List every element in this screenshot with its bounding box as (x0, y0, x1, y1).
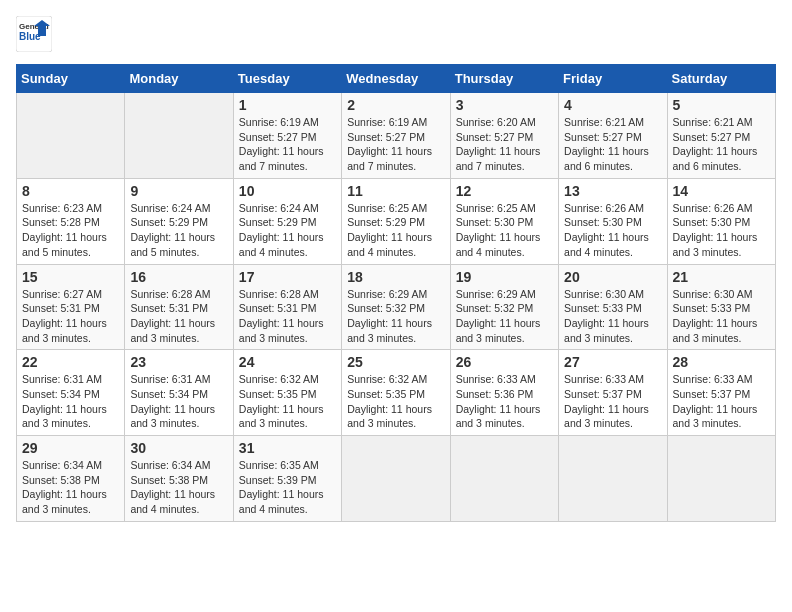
day-number: 10 (239, 183, 336, 199)
calendar-cell: 17 Sunrise: 6:28 AMSunset: 5:31 PMDaylig… (233, 264, 341, 350)
col-header-saturday: Saturday (667, 65, 775, 93)
day-info: Sunrise: 6:26 AMSunset: 5:30 PMDaylight:… (673, 201, 770, 260)
day-info: Sunrise: 6:33 AMSunset: 5:37 PMDaylight:… (673, 372, 770, 431)
calendar-cell (342, 436, 450, 522)
day-number: 2 (347, 97, 444, 113)
calendar-cell: 30 Sunrise: 6:34 AMSunset: 5:38 PMDaylig… (125, 436, 233, 522)
col-header-tuesday: Tuesday (233, 65, 341, 93)
day-number: 16 (130, 269, 227, 285)
day-number: 24 (239, 354, 336, 370)
calendar-cell: 28 Sunrise: 6:33 AMSunset: 5:37 PMDaylig… (667, 350, 775, 436)
calendar-cell: 1 Sunrise: 6:19 AMSunset: 5:27 PMDayligh… (233, 93, 341, 179)
day-info: Sunrise: 6:29 AMSunset: 5:32 PMDaylight:… (456, 287, 553, 346)
day-info: Sunrise: 6:34 AMSunset: 5:38 PMDaylight:… (130, 458, 227, 517)
calendar-cell: 27 Sunrise: 6:33 AMSunset: 5:37 PMDaylig… (559, 350, 667, 436)
day-info: Sunrise: 6:30 AMSunset: 5:33 PMDaylight:… (564, 287, 661, 346)
day-info: Sunrise: 6:33 AMSunset: 5:36 PMDaylight:… (456, 372, 553, 431)
day-number: 30 (130, 440, 227, 456)
calendar-cell: 24 Sunrise: 6:32 AMSunset: 5:35 PMDaylig… (233, 350, 341, 436)
day-number: 11 (347, 183, 444, 199)
day-number: 28 (673, 354, 770, 370)
day-number: 21 (673, 269, 770, 285)
day-number: 23 (130, 354, 227, 370)
day-number: 12 (456, 183, 553, 199)
calendar-cell: 31 Sunrise: 6:35 AMSunset: 5:39 PMDaylig… (233, 436, 341, 522)
calendar-cell: 9 Sunrise: 6:24 AMSunset: 5:29 PMDayligh… (125, 178, 233, 264)
calendar-cell: 12 Sunrise: 6:25 AMSunset: 5:30 PMDaylig… (450, 178, 558, 264)
calendar-cell: 8 Sunrise: 6:23 AMSunset: 5:28 PMDayligh… (17, 178, 125, 264)
calendar-cell: 10 Sunrise: 6:24 AMSunset: 5:29 PMDaylig… (233, 178, 341, 264)
day-number: 29 (22, 440, 119, 456)
calendar-table: SundayMondayTuesdayWednesdayThursdayFrid… (16, 64, 776, 522)
day-number: 18 (347, 269, 444, 285)
day-number: 4 (564, 97, 661, 113)
calendar-cell: 16 Sunrise: 6:28 AMSunset: 5:31 PMDaylig… (125, 264, 233, 350)
calendar-cell: 18 Sunrise: 6:29 AMSunset: 5:32 PMDaylig… (342, 264, 450, 350)
day-number: 19 (456, 269, 553, 285)
logo-bird-icon: General Blue (16, 16, 52, 52)
day-info: Sunrise: 6:31 AMSunset: 5:34 PMDaylight:… (22, 372, 119, 431)
day-number: 3 (456, 97, 553, 113)
calendar-cell: 20 Sunrise: 6:30 AMSunset: 5:33 PMDaylig… (559, 264, 667, 350)
calendar-cell: 23 Sunrise: 6:31 AMSunset: 5:34 PMDaylig… (125, 350, 233, 436)
day-info: Sunrise: 6:23 AMSunset: 5:28 PMDaylight:… (22, 201, 119, 260)
calendar-cell: 21 Sunrise: 6:30 AMSunset: 5:33 PMDaylig… (667, 264, 775, 350)
calendar-cell: 5 Sunrise: 6:21 AMSunset: 5:27 PMDayligh… (667, 93, 775, 179)
day-info: Sunrise: 6:28 AMSunset: 5:31 PMDaylight:… (130, 287, 227, 346)
logo: General Blue (16, 16, 52, 52)
calendar-cell (17, 93, 125, 179)
day-number: 5 (673, 97, 770, 113)
logo-container: General Blue (16, 16, 52, 52)
calendar-cell: 15 Sunrise: 6:27 AMSunset: 5:31 PMDaylig… (17, 264, 125, 350)
day-number: 27 (564, 354, 661, 370)
day-info: Sunrise: 6:24 AMSunset: 5:29 PMDaylight:… (239, 201, 336, 260)
calendar-cell: 19 Sunrise: 6:29 AMSunset: 5:32 PMDaylig… (450, 264, 558, 350)
calendar-cell: 14 Sunrise: 6:26 AMSunset: 5:30 PMDaylig… (667, 178, 775, 264)
col-header-sunday: Sunday (17, 65, 125, 93)
calendar-cell: 11 Sunrise: 6:25 AMSunset: 5:29 PMDaylig… (342, 178, 450, 264)
col-header-wednesday: Wednesday (342, 65, 450, 93)
day-info: Sunrise: 6:25 AMSunset: 5:29 PMDaylight:… (347, 201, 444, 260)
calendar-week-3: 15 Sunrise: 6:27 AMSunset: 5:31 PMDaylig… (17, 264, 776, 350)
page-header: General Blue (16, 16, 776, 52)
day-info: Sunrise: 6:32 AMSunset: 5:35 PMDaylight:… (239, 372, 336, 431)
day-number: 15 (22, 269, 119, 285)
day-number: 1 (239, 97, 336, 113)
svg-text:Blue: Blue (19, 31, 41, 42)
calendar-week-2: 8 Sunrise: 6:23 AMSunset: 5:28 PMDayligh… (17, 178, 776, 264)
day-info: Sunrise: 6:26 AMSunset: 5:30 PMDaylight:… (564, 201, 661, 260)
calendar-cell (450, 436, 558, 522)
col-header-friday: Friday (559, 65, 667, 93)
day-number: 26 (456, 354, 553, 370)
day-number: 25 (347, 354, 444, 370)
col-header-thursday: Thursday (450, 65, 558, 93)
day-number: 17 (239, 269, 336, 285)
day-info: Sunrise: 6:31 AMSunset: 5:34 PMDaylight:… (130, 372, 227, 431)
calendar-week-5: 29 Sunrise: 6:34 AMSunset: 5:38 PMDaylig… (17, 436, 776, 522)
day-number: 8 (22, 183, 119, 199)
day-number: 20 (564, 269, 661, 285)
calendar-cell: 2 Sunrise: 6:19 AMSunset: 5:27 PMDayligh… (342, 93, 450, 179)
day-info: Sunrise: 6:25 AMSunset: 5:30 PMDaylight:… (456, 201, 553, 260)
calendar-cell: 26 Sunrise: 6:33 AMSunset: 5:36 PMDaylig… (450, 350, 558, 436)
day-number: 14 (673, 183, 770, 199)
calendar-cell: 4 Sunrise: 6:21 AMSunset: 5:27 PMDayligh… (559, 93, 667, 179)
day-info: Sunrise: 6:21 AMSunset: 5:27 PMDaylight:… (564, 115, 661, 174)
day-number: 13 (564, 183, 661, 199)
calendar-cell: 29 Sunrise: 6:34 AMSunset: 5:38 PMDaylig… (17, 436, 125, 522)
calendar-cell (559, 436, 667, 522)
day-info: Sunrise: 6:21 AMSunset: 5:27 PMDaylight:… (673, 115, 770, 174)
calendar-week-4: 22 Sunrise: 6:31 AMSunset: 5:34 PMDaylig… (17, 350, 776, 436)
day-info: Sunrise: 6:27 AMSunset: 5:31 PMDaylight:… (22, 287, 119, 346)
col-header-monday: Monday (125, 65, 233, 93)
day-info: Sunrise: 6:30 AMSunset: 5:33 PMDaylight:… (673, 287, 770, 346)
day-number: 9 (130, 183, 227, 199)
day-info: Sunrise: 6:19 AMSunset: 5:27 PMDaylight:… (347, 115, 444, 174)
calendar-cell: 3 Sunrise: 6:20 AMSunset: 5:27 PMDayligh… (450, 93, 558, 179)
day-info: Sunrise: 6:34 AMSunset: 5:38 PMDaylight:… (22, 458, 119, 517)
calendar-cell: 13 Sunrise: 6:26 AMSunset: 5:30 PMDaylig… (559, 178, 667, 264)
day-info: Sunrise: 6:32 AMSunset: 5:35 PMDaylight:… (347, 372, 444, 431)
day-info: Sunrise: 6:35 AMSunset: 5:39 PMDaylight:… (239, 458, 336, 517)
day-info: Sunrise: 6:20 AMSunset: 5:27 PMDaylight:… (456, 115, 553, 174)
day-info: Sunrise: 6:24 AMSunset: 5:29 PMDaylight:… (130, 201, 227, 260)
